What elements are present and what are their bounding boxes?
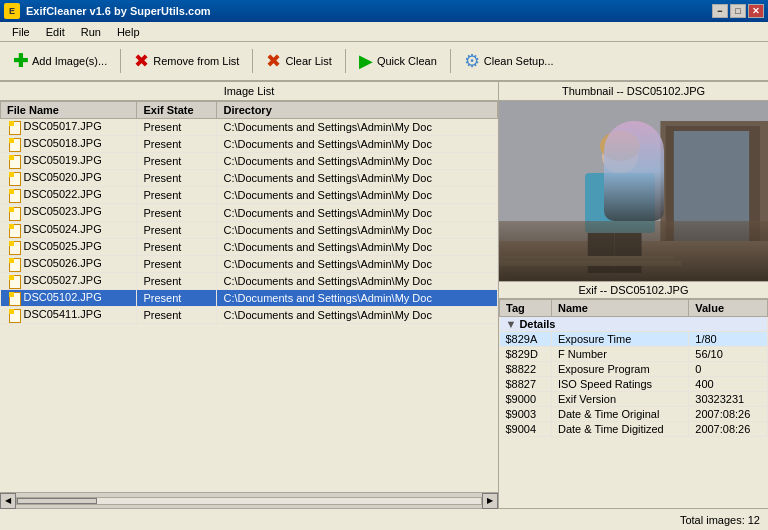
scroll-thumb[interactable] bbox=[17, 498, 97, 504]
app-title: ExifCleaner v1.6 by SuperUtils.com bbox=[26, 5, 211, 17]
file-name-cell: DSC05020.JPG bbox=[1, 170, 137, 187]
file-icon bbox=[7, 257, 21, 271]
exif-tag-cell: $8827 bbox=[500, 377, 552, 392]
directory-cell: C:\Documents and Settings\Admin\My Doc bbox=[217, 204, 498, 221]
exif-state-cell: Present bbox=[137, 187, 217, 204]
clean-setup-button[interactable]: ⚙ Clean Setup... bbox=[455, 46, 563, 76]
remove-from-list-button[interactable]: ✖ Remove from List bbox=[125, 46, 248, 76]
scroll-track[interactable] bbox=[16, 497, 482, 505]
svg-point-10 bbox=[600, 131, 640, 161]
setup-icon: ⚙ bbox=[464, 50, 480, 72]
exif-value-cell: 1/80 bbox=[689, 332, 768, 347]
exif-tag-cell: $9000 bbox=[500, 392, 552, 407]
exif-name-cell: Date & Time Original bbox=[551, 407, 688, 422]
col-value: Value bbox=[689, 300, 768, 317]
exif-table-container[interactable]: Tag Name Value ▼Details$829AExposure Tim… bbox=[499, 299, 768, 508]
menu-file[interactable]: File bbox=[4, 24, 38, 40]
exif-row[interactable]: $8822Exposure Program0 bbox=[500, 362, 768, 377]
exif-tag-cell: $8822 bbox=[500, 362, 552, 377]
thumbnail-area bbox=[499, 101, 768, 281]
minimize-button[interactable]: − bbox=[712, 4, 728, 18]
file-icon bbox=[7, 308, 21, 322]
exif-row[interactable]: $9003Date & Time Original2007:08:26 bbox=[500, 407, 768, 422]
quick-clean-label: Quick Clean bbox=[377, 55, 437, 67]
quick-clean-button[interactable]: ▶ Quick Clean bbox=[350, 46, 446, 76]
table-row[interactable]: DSC05022.JPGPresentC:\Documents and Sett… bbox=[1, 187, 498, 204]
exif-tag-cell: $9003 bbox=[500, 407, 552, 422]
table-row[interactable]: DSC05023.JPGPresentC:\Documents and Sett… bbox=[1, 204, 498, 221]
menu-edit[interactable]: Edit bbox=[38, 24, 73, 40]
expand-icon: ▼ bbox=[506, 318, 517, 330]
table-row[interactable]: DSC05017.JPGPresentC:\Documents and Sett… bbox=[1, 119, 498, 136]
table-row[interactable]: DSC05024.JPGPresentC:\Documents and Sett… bbox=[1, 221, 498, 238]
file-name-cell: DSC05027.JPG bbox=[1, 272, 137, 289]
exif-name-cell: ISO Speed Ratings bbox=[551, 377, 688, 392]
file-icon bbox=[7, 291, 21, 305]
directory-cell: C:\Documents and Settings\Admin\My Doc bbox=[217, 238, 498, 255]
svg-rect-8 bbox=[588, 233, 615, 273]
directory-cell: C:\Documents and Settings\Admin\My Doc bbox=[217, 255, 498, 272]
table-row[interactable]: DSC05018.JPGPresentC:\Documents and Sett… bbox=[1, 136, 498, 153]
clear-list-button[interactable]: ✖ Clear List bbox=[257, 46, 340, 76]
maximize-button[interactable]: □ bbox=[730, 4, 746, 18]
svg-rect-5 bbox=[499, 241, 768, 281]
table-row[interactable]: DSC05102.JPGPresentC:\Documents and Sett… bbox=[1, 289, 498, 306]
menu-bar: File Edit Run Help bbox=[0, 22, 768, 42]
add-images-label: Add Image(s)... bbox=[32, 55, 107, 67]
exif-row[interactable]: $8827ISO Speed Ratings400 bbox=[500, 377, 768, 392]
menu-help[interactable]: Help bbox=[109, 24, 148, 40]
app-icon: E bbox=[4, 3, 20, 19]
file-name-cell: DSC05018.JPG bbox=[1, 136, 137, 153]
quick-icon: ▶ bbox=[359, 50, 373, 72]
svg-rect-7 bbox=[585, 173, 655, 233]
file-name-cell: DSC05025.JPG bbox=[1, 238, 137, 255]
remove-from-list-label: Remove from List bbox=[153, 55, 239, 67]
file-name-cell: DSC05023.JPG bbox=[1, 204, 137, 221]
scroll-left-button[interactable]: ◀ bbox=[0, 493, 16, 509]
add-images-button[interactable]: ✚ Add Image(s)... bbox=[4, 46, 116, 76]
exif-name-cell: Exposure Time bbox=[551, 332, 688, 347]
svg-rect-9 bbox=[615, 233, 642, 273]
exif-state-cell: Present bbox=[137, 119, 217, 136]
exif-state-cell: Present bbox=[137, 255, 217, 272]
exif-row[interactable]: $9000Exif Version30323231 bbox=[500, 392, 768, 407]
exif-state-cell: Present bbox=[137, 289, 217, 306]
exif-tag-cell: $829D bbox=[500, 347, 552, 362]
scroll-right-button[interactable]: ▶ bbox=[482, 493, 498, 509]
table-row[interactable]: DSC05019.JPGPresentC:\Documents and Sett… bbox=[1, 153, 498, 170]
horizontal-scrollbar[interactable]: ◀ ▶ bbox=[0, 492, 498, 508]
file-name-cell: DSC05022.JPG bbox=[1, 187, 137, 204]
exif-group-name: ▼Details bbox=[500, 317, 768, 332]
table-row[interactable]: DSC05020.JPGPresentC:\Documents and Sett… bbox=[1, 170, 498, 187]
table-row[interactable]: DSC05411.JPGPresentC:\Documents and Sett… bbox=[1, 307, 498, 324]
exif-value-cell: 2007:08:26 bbox=[689, 407, 768, 422]
col-tag: Tag bbox=[500, 300, 552, 317]
exif-row[interactable]: $9004Date & Time Digitized2007:08:26 bbox=[500, 422, 768, 437]
file-icon bbox=[7, 137, 21, 151]
exif-value-cell: 2007:08:26 bbox=[689, 422, 768, 437]
directory-cell: C:\Documents and Settings\Admin\My Doc bbox=[217, 289, 498, 306]
file-table[interactable]: File Name Exif State Directory DSC05017.… bbox=[0, 101, 498, 492]
file-name-cell: DSC05017.JPG bbox=[1, 119, 137, 136]
toolbar-separator-3 bbox=[345, 49, 346, 73]
exif-row[interactable]: $829AExposure Time1/80 bbox=[500, 332, 768, 347]
remove-icon: ✖ bbox=[134, 50, 149, 72]
menu-run[interactable]: Run bbox=[73, 24, 109, 40]
exif-value-cell: 400 bbox=[689, 377, 768, 392]
close-button[interactable]: ✕ bbox=[748, 4, 764, 18]
right-panel: Thumbnail -- DSC05102.JPG bbox=[499, 82, 768, 508]
table-row[interactable]: DSC05026.JPGPresentC:\Documents and Sett… bbox=[1, 255, 498, 272]
exif-row[interactable]: $829DF Number56/10 bbox=[500, 347, 768, 362]
toolbar-separator-1 bbox=[120, 49, 121, 73]
total-images-text: Total images: 12 bbox=[680, 514, 760, 526]
file-name-cell: DSC05411.JPG bbox=[1, 307, 137, 324]
exif-state-cell: Present bbox=[137, 204, 217, 221]
file-name-cell: DSC05024.JPG bbox=[1, 221, 137, 238]
table-row[interactable]: DSC05025.JPGPresentC:\Documents and Sett… bbox=[1, 238, 498, 255]
exif-tag-cell: $829A bbox=[500, 332, 552, 347]
table-row[interactable]: DSC05027.JPGPresentC:\Documents and Sett… bbox=[1, 272, 498, 289]
main-content: Image List File Name Exif State Director… bbox=[0, 82, 768, 508]
directory-cell: C:\Documents and Settings\Admin\My Doc bbox=[217, 307, 498, 324]
title-bar-left: E ExifCleaner v1.6 by SuperUtils.com bbox=[4, 3, 211, 19]
file-icon bbox=[7, 240, 21, 254]
